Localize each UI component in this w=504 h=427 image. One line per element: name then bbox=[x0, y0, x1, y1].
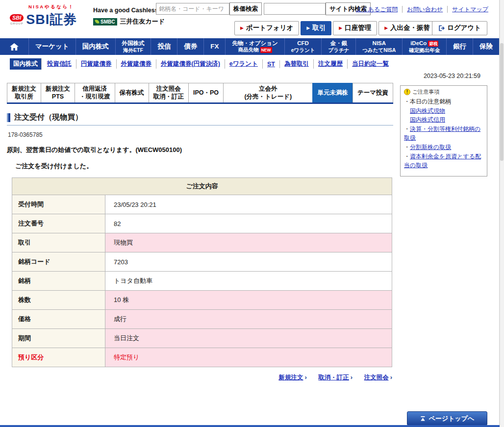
main-nav-item[interactable]: 外国株式 海外ETF bbox=[115, 38, 151, 55]
stock-search-input[interactable] bbox=[156, 3, 229, 15]
sub-nav-link[interactable]: 当日約定一覧 bbox=[348, 59, 393, 69]
order-tab[interactable]: 新規注文 PTS bbox=[41, 83, 75, 102]
sub-nav-link[interactable]: 注文履歴 bbox=[314, 59, 348, 69]
row-value: 7203 bbox=[105, 252, 392, 272]
sub-nav-link[interactable]: 外貨建債券(円貨決済) bbox=[156, 59, 225, 69]
home-icon bbox=[10, 43, 19, 50]
sidebar-item: ・国内株式信用国内株式信用 bbox=[404, 115, 484, 125]
nav-home[interactable] bbox=[0, 38, 28, 55]
page-title: 注文受付（現物買） bbox=[14, 112, 83, 123]
table-row: 銘柄 トヨタ自動車 bbox=[12, 272, 392, 291]
table-row: 株数 10 株 bbox=[12, 291, 392, 310]
table-row: 注文番号 82 bbox=[12, 214, 392, 233]
triangle-right-icon: ▶ bbox=[306, 25, 310, 30]
triangle-right-icon: ▶ bbox=[240, 25, 244, 30]
table-row: 期間 当日注文 bbox=[12, 329, 392, 348]
order-tab[interactable]: テーマ投資 bbox=[353, 83, 393, 102]
order-tab[interactable]: IPO・PO bbox=[188, 83, 223, 102]
row-label: 銘柄 bbox=[12, 272, 105, 291]
logout-button[interactable]: ログアウト bbox=[432, 21, 487, 35]
caution-sidebar: ! ご注意事項 ・本日の注意銘柄本日の注意銘柄 ・国内株式現物国内株式現物 ・国… bbox=[400, 85, 487, 176]
main-nav-item[interactable]: 国内株式 bbox=[76, 38, 115, 55]
logout-icon bbox=[438, 25, 445, 31]
utility-links: よくあるご質問お問い合わせサイトマップ bbox=[356, 5, 488, 14]
footer-link[interactable]: 新規注文› bbox=[279, 374, 307, 381]
order-tab[interactable]: 立会外 (分売・トレード) bbox=[223, 83, 312, 102]
vertical-scrollbar[interactable] bbox=[500, 0, 504, 427]
main-nav-item[interactable]: 金・銀 プラチナ bbox=[321, 38, 355, 55]
chevron-right-icon: › bbox=[305, 374, 307, 381]
chevron-right-icon: › bbox=[351, 374, 353, 381]
scrollbar-thumb[interactable] bbox=[500, 43, 504, 161]
row-value: 現物買 bbox=[105, 233, 392, 252]
content: 新規注文 取引所 新規注文 PTS 信用返済 ・現引現渡 保有株式 bbox=[0, 83, 499, 382]
warning-icon: ! bbox=[404, 89, 410, 95]
footer-link[interactable]: 取消・訂正› bbox=[318, 374, 353, 381]
order-tab[interactable]: 信用返済 ・現引現渡 bbox=[75, 83, 115, 102]
utility-link[interactable]: よくあるご質問 bbox=[356, 6, 398, 13]
table-row: 取引 現物買 bbox=[12, 233, 392, 252]
row-label: 期間 bbox=[12, 329, 105, 348]
sidebar-link[interactable]: 資本剰余金を原資とする配当の取扱 bbox=[404, 153, 481, 169]
main-nav-item[interactable]: 銀行 bbox=[446, 38, 473, 55]
arrow-up-icon bbox=[420, 416, 426, 421]
header-tab-label: ポートフォリオ bbox=[246, 24, 293, 32]
row-value: トヨタ自動車 bbox=[105, 272, 392, 291]
sub-nav-link[interactable]: 投資信託 bbox=[43, 59, 76, 69]
main-nav-item[interactable]: FX bbox=[203, 38, 225, 55]
order-tab[interactable]: 新規注文 取引所 bbox=[7, 83, 41, 102]
order-table-header: ご注文内容 bbox=[12, 178, 392, 195]
main-nav-item[interactable]: iDeCo節税 確定拠出年金 bbox=[402, 38, 446, 55]
sidebar-link[interactable]: 決算・分割等権利付銘柄の取扱 bbox=[404, 126, 480, 142]
header-tab-label: 入出金・振替 bbox=[390, 24, 430, 32]
main-nav-item[interactable]: 先物・オプション 商品先物NEW bbox=[225, 38, 284, 55]
main-nav-item[interactable]: CFD eワラント bbox=[284, 38, 322, 55]
sub-nav-link[interactable]: ST bbox=[263, 60, 280, 68]
sbi-logo[interactable]: NISAやるなら！ SBI GROUP SBI証券 bbox=[10, 4, 77, 28]
bullet: ・ bbox=[404, 126, 410, 132]
sub-nav-link[interactable]: 国内株式 bbox=[10, 58, 42, 70]
site-search-input[interactable] bbox=[264, 3, 326, 15]
stock-search-button[interactable]: 株価検索 bbox=[229, 2, 262, 15]
sub-nav-link[interactable]: 為替取引 bbox=[280, 59, 314, 69]
order-reference-number: 178-0365785 bbox=[8, 131, 393, 138]
brand-name: SBI証券 bbox=[26, 11, 77, 28]
sidebar-link[interactable]: 分割新株の取扱 bbox=[410, 144, 451, 151]
utility-link[interactable]: サイトマップ bbox=[447, 6, 488, 13]
main-nav-item[interactable]: 投信 bbox=[151, 38, 177, 55]
sub-nav-link[interactable]: 円貨建債券 bbox=[76, 59, 117, 69]
main-nav-item[interactable]: NISA つみたてNISA bbox=[355, 38, 402, 55]
chevron-right-icon: › bbox=[390, 374, 392, 381]
footer-link[interactable]: 注文照会› bbox=[364, 374, 392, 381]
sub-nav-link[interactable]: eワラント bbox=[225, 59, 263, 69]
order-tab[interactable]: 保有株式 bbox=[115, 83, 149, 102]
main-nav-item[interactable]: マーケット bbox=[28, 38, 76, 55]
sidebar-link[interactable]: 国内株式現物 bbox=[410, 107, 445, 114]
header-tab[interactable]: ▶ 入出金・振替 bbox=[378, 21, 436, 35]
main-nav-item[interactable]: 債券 bbox=[177, 38, 203, 55]
row-value: 10 株 bbox=[105, 291, 392, 310]
bullet: ・ bbox=[404, 153, 410, 160]
header-tab-label: 口座管理 bbox=[345, 24, 371, 32]
main-nav: マーケット 国内株式 外国株式 海外ETF 投信 bbox=[0, 38, 499, 55]
header-tab[interactable]: ▶ 取引 bbox=[301, 21, 331, 35]
header-tab[interactable]: ▶ 口座管理 bbox=[333, 21, 377, 35]
main-nav-item[interactable]: 保険 bbox=[473, 38, 499, 55]
order-tab[interactable]: 単元未満株 bbox=[312, 83, 353, 102]
header-tab[interactable]: ▶ ポートフォリオ bbox=[234, 21, 299, 35]
order-tab[interactable]: 注文照会 取消・訂正 bbox=[149, 83, 189, 102]
header-tab-label: 取引 bbox=[312, 24, 326, 32]
sidebar-title-row: ! ご注意事項 bbox=[404, 88, 484, 96]
sidebar-item: ・国内株式現物国内株式現物 bbox=[404, 106, 484, 116]
row-value: 23/05/23 20:21 bbox=[105, 195, 392, 214]
server-timestamp: 2023-05-23 20:21:59 bbox=[0, 73, 499, 79]
page-top-button[interactable]: ページトップへ bbox=[407, 411, 487, 426]
smbc-ad-banner[interactable]: Have a good Cashless. SMBC 三井住友カード bbox=[93, 7, 165, 26]
sub-nav-link[interactable]: 外貨建債券 bbox=[117, 59, 157, 69]
sidebar-link[interactable]: 国内株式信用 bbox=[410, 116, 445, 123]
footer-links: 新規注文› 取消・訂正› 注文照会› bbox=[7, 374, 392, 382]
leaf-icon bbox=[95, 19, 99, 24]
confirmation-text: ご注文を受け付けました。 bbox=[15, 162, 393, 171]
main-nav-items: マーケット 国内株式 外国株式 海外ETF 投信 bbox=[28, 38, 499, 55]
utility-link[interactable]: お問い合わせ bbox=[402, 6, 443, 13]
